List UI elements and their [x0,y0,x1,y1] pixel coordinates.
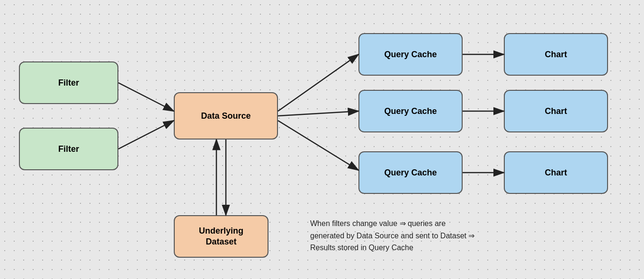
chart-2-node: Chart [504,90,608,132]
querycache-3-node: Query Cache [358,151,463,194]
querycache-3-label: Query Cache [384,168,437,178]
datasource-label: Data Source [201,111,250,121]
chart-3-node: Chart [504,151,608,194]
querycache-2-node: Query Cache [358,90,463,132]
svg-line-4 [278,111,358,116]
diagram-container: Filter Filter Data Source UnderlyingData… [0,0,644,279]
chart-1-label: Chart [545,50,567,60]
filter-1-node: Filter [19,61,118,104]
dataset-label: UnderlyingDataset [199,226,243,248]
chart-1-node: Chart [504,33,608,76]
datasource-node: Data Source [174,92,278,140]
svg-line-2 [118,121,174,149]
dataset-node: UnderlyingDataset [174,215,268,258]
description-text: When filters change value ⇒ queries are … [310,218,476,254]
svg-line-3 [278,54,358,111]
querycache-1-label: Query Cache [384,50,437,60]
chart-3-label: Chart [545,168,567,178]
svg-line-5 [278,121,358,170]
svg-line-1 [118,83,174,111]
chart-2-label: Chart [545,106,567,116]
filter-2-node: Filter [19,128,118,170]
querycache-1-node: Query Cache [358,33,463,76]
querycache-2-label: Query Cache [384,106,437,116]
filter-1-label: Filter [58,78,79,88]
filter-2-label: Filter [58,144,79,154]
